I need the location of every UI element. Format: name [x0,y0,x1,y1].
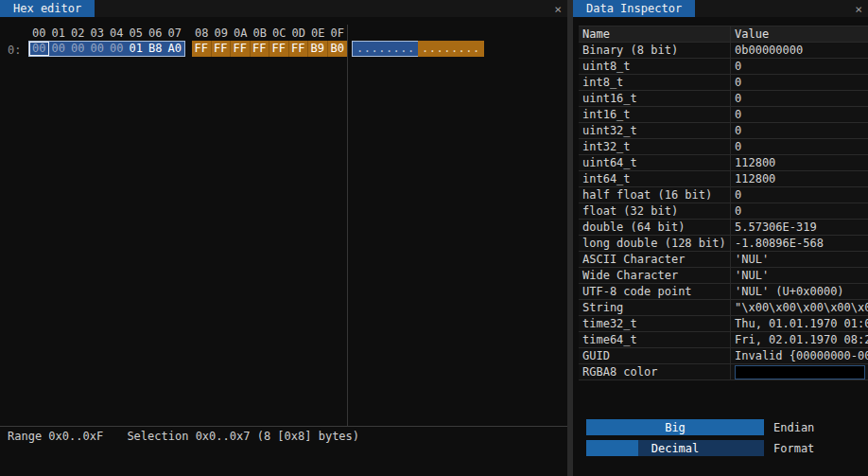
highlighted-byte-group: FFFFFFFFFFFFB9B0 [192,41,347,57]
inspector-table-header: Name Value [579,26,868,43]
inspector-row-value: 0 [730,59,868,74]
inspector-row-name: GUID [579,348,730,363]
hex-editor-panel: Hex editor × 0001020304050607 08090A0B0C… [0,0,567,476]
col-header: 0B [251,26,270,40]
col-header: 08 [192,26,212,40]
column-header-name: Name [579,26,730,42]
inspector-row[interactable]: Wide Character'NUL' [579,268,868,284]
inspector-row[interactable]: int8_t0 [579,75,868,91]
inspector-row-value: Fri, 02.01.1970 08:20:00 [730,332,868,347]
inspector-row[interactable]: int32_t0 [579,139,868,155]
endian-slider[interactable]: Big [586,419,764,435]
hex-byte[interactable]: 00 [88,42,108,56]
inspector-row[interactable]: uint8_t0 [579,59,868,75]
status-bar: Range 0x0..0xF Selection 0x0..0x7 (8 [0x… [8,430,376,443]
inspector-row-name: ASCII Character [579,252,730,267]
hex-byte[interactable]: 00 [107,42,127,56]
format-slider[interactable]: Decimal [586,440,764,456]
inspector-row-name: float (32 bit) [579,203,730,219]
tab-data-inspector[interactable]: Data Inspector [573,0,695,17]
inspector-row[interactable]: time32_tThu, 01.01.1970 01:00:00 [579,316,868,332]
hex-byte[interactable]: FF [251,41,270,57]
inspector-row-value: 5.57306E-319 [730,220,868,235]
selected-byte-group: 000000000001B8A0 [28,41,185,57]
inspector-row-name: int8_t [579,75,730,90]
inspector-row-name: half float (16 bit) [579,187,730,203]
hex-byte[interactable]: A0 [165,42,185,56]
hex-byte[interactable]: 00 [29,42,49,56]
row-offset-label: 0: [8,44,21,57]
inspector-row[interactable]: long double (128 bit)-1.80896E-568 [579,236,868,252]
inspector-row-name: Wide Character [579,268,730,283]
inspector-row-value: 0 [730,75,868,90]
hex-editor-titlebar: Hex editor × [0,0,567,17]
ascii-highlighted-region[interactable]: ........ [418,41,484,57]
hex-column-headers-left: 0001020304050607 [29,26,184,40]
inspector-row-name: UTF-8 code point [579,284,730,299]
inspector-row[interactable]: UTF-8 code point'NUL' (U+0x0000) [579,284,868,300]
inspector-row-name: uint64_t [579,155,730,170]
endian-value: Big [665,421,686,434]
col-header: 04 [107,26,127,40]
inspector-row-value: 0 [730,203,868,219]
inspector-row-name: Binary (8 bit) [579,43,730,58]
inspector-row[interactable]: double (64 bit)5.57306E-319 [579,220,868,236]
inspector-row[interactable]: half float (16 bit)0 [579,187,868,203]
inspector-row[interactable]: uint16_t0 [579,91,868,107]
inspector-row[interactable]: uint64_t112800 [579,155,868,171]
inspector-row-name: uint16_t [579,91,730,106]
inspector-row[interactable]: uint32_t0 [579,123,868,139]
hex-byte[interactable]: 00 [49,42,69,56]
inspector-row[interactable]: Binary (8 bit)0b00000000 [579,43,868,59]
column-header-value: Value [730,26,868,42]
close-icon[interactable]: × [855,0,862,17]
format-label: Format [773,442,814,455]
hex-byte[interactable]: B9 [308,41,328,57]
col-header: 0A [231,26,251,40]
col-header: 06 [146,26,165,40]
hex-byte[interactable]: B0 [328,41,348,57]
col-header: 0F [328,26,348,40]
inspector-row-value: 112800 [730,155,868,170]
tab-hex-editor[interactable]: Hex editor [0,0,95,17]
hex-byte[interactable]: 01 [127,42,147,56]
hex-column-headers-right: 08090A0B0C0D0E0F [192,26,347,40]
inspector-row-name: String [579,300,730,315]
inspector-row[interactable]: RGBA8 color [579,364,868,380]
hex-byte[interactable]: FF [269,41,289,57]
inspector-row-name: RGBA8 color [579,364,730,379]
inspector-row[interactable]: int64_t112800 [579,171,868,187]
inspector-row-value: 0b00000000 [730,43,868,58]
endian-label: Endian [773,421,814,434]
inspector-rows: Binary (8 bit)0b00000000uint8_t0int8_t0u… [579,43,868,380]
col-header: 01 [49,26,69,40]
inspector-row[interactable]: int16_t0 [579,107,868,123]
inspector-row[interactable]: GUIDInvalid {00000000-0000-0100-b8a0-fff… [579,348,868,364]
inspector-row[interactable]: time64_tFri, 02.01.1970 08:20:00 [579,332,868,348]
inspector-row-value: 0 [730,107,868,122]
hex-byte[interactable]: B8 [146,42,165,56]
endian-control-row: Big Endian [586,419,814,435]
inspector-row-value: 112800 [730,171,868,186]
ascii-selected-region[interactable]: ........ [352,41,420,57]
inspector-row-value: 'NUL' [730,268,868,283]
slider-grab[interactable] [586,440,638,456]
inspector-row-value: "\x00\x00\x00\x00\x00\x00\x01\xb8\xa0" [730,300,868,315]
hex-byte[interactable]: FF [212,41,232,57]
inspector-row-value: 0 [730,123,868,138]
inspector-row-name: int64_t [579,171,730,186]
inspector-row-name: uint32_t [579,123,730,138]
hex-ascii-divider [347,25,348,426]
hex-byte[interactable]: 00 [68,42,88,56]
inspector-row-value: Thu, 01.01.1970 01:00:00 [730,316,868,331]
inspector-row[interactable]: ASCII Character'NUL' [579,252,868,268]
close-icon[interactable]: × [554,0,562,17]
inspector-row[interactable]: String"\x00\x00\x00\x00\x00\x00\x01\xb8\… [579,300,868,316]
color-swatch [735,365,865,379]
inspector-row-value: -1.80896E-568 [730,236,868,251]
hex-byte[interactable]: FF [192,41,212,57]
data-inspector-titlebar: Data Inspector × [573,0,868,17]
hex-byte[interactable]: FF [231,41,251,57]
inspector-row[interactable]: float (32 bit)0 [579,203,868,220]
hex-byte[interactable]: FF [289,41,309,57]
